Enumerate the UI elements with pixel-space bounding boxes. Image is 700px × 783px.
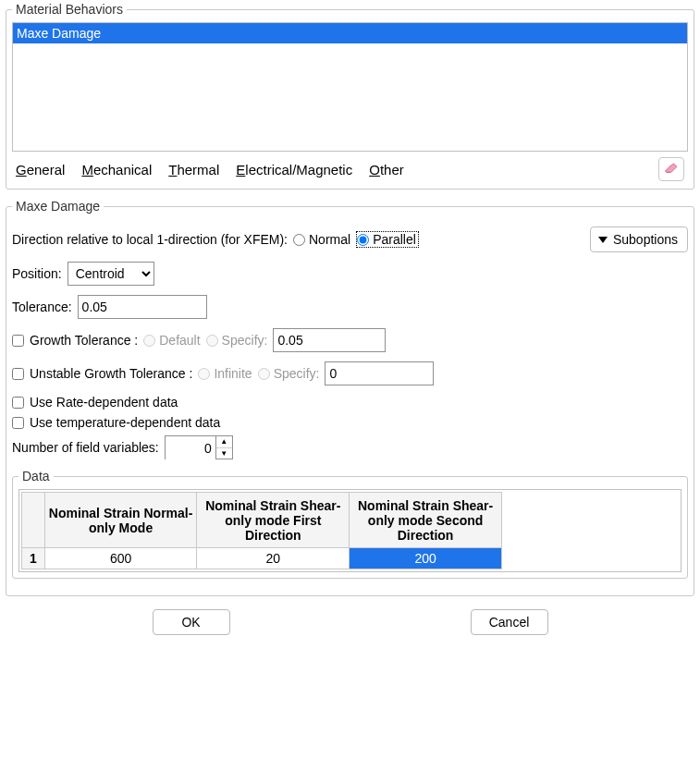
menu-electrical-magnetic[interactable]: Electrical/Magnetic <box>236 162 352 177</box>
rate-dependent-row: Use Rate-dependent data <box>12 395 688 410</box>
temp-dependent-checkbox[interactable] <box>12 417 24 429</box>
menu-thermal[interactable]: Thermal <box>168 162 219 177</box>
data-row-header[interactable]: 1 <box>22 548 45 569</box>
menu-other[interactable]: Other <box>369 162 404 177</box>
dialog-buttons: OK Cancel <box>6 609 694 635</box>
ug-specify-radio <box>258 368 270 380</box>
spinner-down-icon[interactable]: ▼ <box>216 448 232 459</box>
growth-tolerance-row: Growth Tolerance : Default Specify: <box>12 328 688 352</box>
growth-specify-input <box>273 328 386 352</box>
ug-infinite-option: Infinite <box>198 366 252 381</box>
maxe-damage-group: Maxe Damage Direction relative to local … <box>6 199 694 596</box>
data-cell-3[interactable]: 200 <box>350 548 502 569</box>
unstable-growth-row: Unstable Growth Tolerance : Infinite Spe… <box>12 361 688 385</box>
growth-specify-option: Specify: <box>206 333 268 348</box>
position-row: Position: Centroid <box>12 262 688 286</box>
maxe-damage-legend: Maxe Damage <box>12 199 104 214</box>
direction-label: Direction relative to local 1-direction … <box>12 232 288 247</box>
position-label: Position: <box>12 266 62 281</box>
growth-default-option: Default <box>143 333 200 348</box>
data-col-header-2[interactable]: Nominal Strain Shear-only mode First Dir… <box>197 493 350 548</box>
behaviors-listbox[interactable]: Maxe Damage <box>12 22 688 152</box>
data-table-container: Nominal Strain Normal-only Mode Nominal … <box>18 489 682 572</box>
unstable-growth-label: Unstable Growth Tolerance : <box>30 366 192 381</box>
material-behaviors-legend: Material Behaviors <box>12 2 127 17</box>
behavior-item-maxe-damage[interactable]: Maxe Damage <box>13 23 687 43</box>
data-corner-header <box>22 493 45 548</box>
data-cell-1[interactable]: 600 <box>44 548 197 569</box>
rate-dependent-label: Use Rate-dependent data <box>30 395 178 410</box>
growth-tolerance-checkbox[interactable] <box>12 335 24 347</box>
temp-dependent-row: Use temperature-dependent data <box>12 415 688 430</box>
rate-dependent-checkbox[interactable] <box>12 397 24 409</box>
data-legend: Data <box>18 469 54 483</box>
direction-row: Direction relative to local 1-direction … <box>12 226 688 252</box>
data-group: Data Nominal Strain Normal-only Mode Nom… <box>12 469 688 579</box>
eraser-icon <box>664 162 679 177</box>
material-behaviors-group: Material Behaviors Maxe Damage General M… <box>6 2 694 190</box>
behavior-menu-bar: General Mechanical Thermal Electrical/Ma… <box>12 152 688 181</box>
tolerance-input[interactable] <box>78 295 207 319</box>
ug-specify-input <box>325 361 434 385</box>
data-row[interactable]: 1 600 20 200 <box>22 548 502 569</box>
unstable-growth-checkbox[interactable] <box>12 368 24 380</box>
growth-tolerance-label: Growth Tolerance : <box>30 333 138 348</box>
data-cell-2[interactable]: 20 <box>197 548 350 569</box>
field-variables-label: Number of field variables: <box>12 440 159 455</box>
cancel-button[interactable]: Cancel <box>471 609 548 635</box>
ug-specify-option: Specify: <box>258 366 320 381</box>
growth-default-radio <box>143 335 155 347</box>
data-col-header-1[interactable]: Nominal Strain Normal-only Mode <box>44 493 197 548</box>
direction-parallel-radio[interactable] <box>357 234 369 246</box>
chevron-down-icon <box>598 237 608 243</box>
data-col-header-3[interactable]: Nominal Strain Shear-only mode Second Di… <box>350 493 502 548</box>
menu-general[interactable]: General <box>16 162 65 177</box>
ug-infinite-radio <box>198 368 210 380</box>
temp-dependent-label: Use temperature-dependent data <box>30 415 220 430</box>
data-table[interactable]: Nominal Strain Normal-only Mode Nominal … <box>21 492 502 569</box>
menu-mechanical[interactable]: Mechanical <box>81 162 152 177</box>
tolerance-row: Tolerance: <box>12 295 688 319</box>
field-variables-spinner[interactable]: ▲ ▼ <box>165 435 233 459</box>
position-select[interactable]: Centroid <box>68 262 154 286</box>
direction-parallel-option[interactable]: Parallel <box>356 231 419 248</box>
field-variables-row: Number of field variables: ▲ ▼ <box>12 435 688 459</box>
tolerance-label: Tolerance: <box>12 300 72 314</box>
growth-specify-radio <box>206 335 218 347</box>
ok-button[interactable]: OK <box>153 609 230 635</box>
delete-behavior-button[interactable] <box>658 157 684 181</box>
direction-normal-radio[interactable] <box>293 234 305 246</box>
direction-normal-option[interactable]: Normal <box>293 232 350 247</box>
field-variables-input[interactable] <box>166 436 215 460</box>
suboptions-button[interactable]: Suboptions <box>590 226 688 252</box>
spinner-up-icon[interactable]: ▲ <box>216 436 232 448</box>
